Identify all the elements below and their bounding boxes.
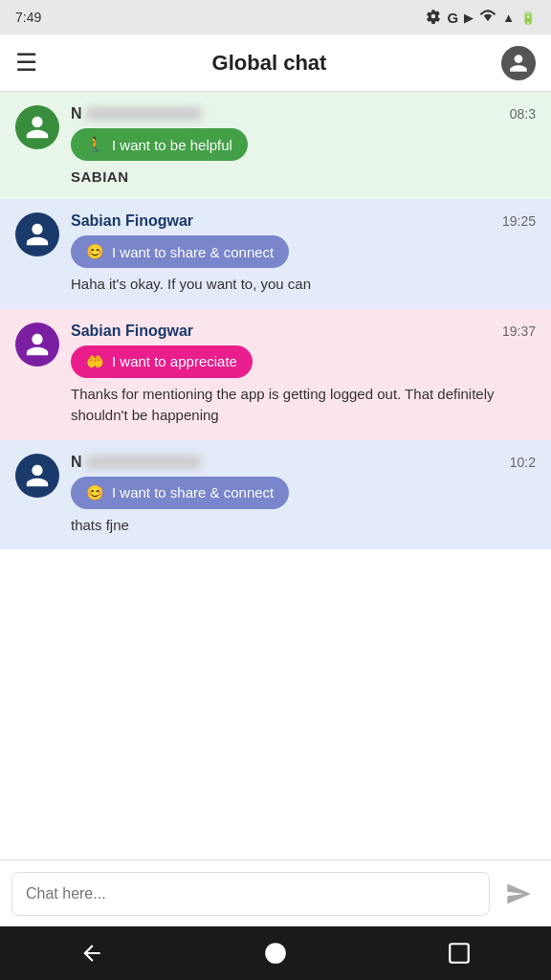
message-block-3: Sabian Finogwar 19:37 🤲 I want to apprec… — [0, 309, 551, 440]
status-icons: G ▶ ▲ 🔋 — [426, 9, 536, 27]
svg-point-0 — [265, 943, 286, 964]
sender-name-2: Sabian Finogwar — [71, 212, 193, 230]
intent-icon-3: 🤲 — [86, 353, 104, 370]
intent-badge-1: 🚶 I want to be helpful — [71, 128, 248, 161]
intent-text-1: I want to be helpful — [112, 137, 232, 153]
intent-icon-1: 🚶 — [86, 136, 104, 153]
bottom-name-1: SABIAN — [71, 168, 129, 185]
svg-rect-1 — [450, 944, 469, 963]
intent-text-3: I want to appreciate — [112, 353, 237, 369]
message-time-3: 19:37 — [502, 323, 536, 339]
blurred-name-1 — [86, 107, 201, 121]
message-block-1: N 08:3 🚶 I want to be helpful SABIAN — [0, 92, 551, 199]
play-icon: ▶ — [464, 11, 474, 25]
message-text-4: thats fjne — [71, 517, 129, 533]
message-block-4: N 10:2 😊 I want to share & connect thats… — [0, 440, 551, 550]
page-title: Global chat — [212, 51, 327, 76]
message-time-1: 08:3 — [510, 106, 536, 122]
avatar-2 — [15, 212, 59, 256]
chat-area: N 08:3 🚶 I want to be helpful SABIAN — [0, 92, 551, 859]
sender-initial-4: N — [71, 454, 82, 471]
message-meta-3: Sabian Finogwar 19:37 🤲 I want to apprec… — [71, 323, 536, 378]
chat-input[interactable] — [11, 872, 490, 916]
message-meta-1: N 08:3 🚶 I want to be helpful — [71, 105, 536, 161]
avatar-3 — [15, 323, 59, 367]
blurred-name-4 — [86, 456, 201, 469]
app-bar: ☰ Global chat — [0, 34, 551, 92]
wifi-icon — [479, 10, 496, 26]
hamburger-icon: ☰ — [15, 48, 37, 78]
message-meta-4: N 10:2 😊 I want to share & connect — [71, 454, 536, 509]
input-area — [0, 859, 551, 926]
intent-badge-2: 😊 I want to share & connect — [71, 235, 289, 268]
message-text-2: Haha it's okay. If you want to, you can — [71, 276, 311, 292]
account-button[interactable] — [501, 46, 536, 80]
message-time-4: 10:2 — [510, 455, 536, 470]
avatar-4 — [15, 454, 59, 498]
home-button[interactable] — [263, 941, 288, 966]
intent-text-4: I want to share & connect — [112, 484, 274, 501]
intent-icon-2: 😊 — [86, 243, 104, 260]
nav-bar — [0, 926, 551, 980]
intent-badge-3: 🤲 I want to appreciate — [71, 345, 253, 378]
battery-icon: 🔋 — [520, 11, 536, 25]
signal-icon: ▲ — [502, 11, 515, 25]
recents-button[interactable] — [447, 941, 472, 966]
google-icon: G — [447, 10, 458, 26]
settings-icon — [426, 9, 441, 27]
menu-button[interactable]: ☰ — [15, 48, 37, 78]
avatar-1 — [15, 105, 59, 149]
message-text-3: Thanks for mentioning the app is getting… — [71, 386, 495, 424]
intent-badge-4: 😊 I want to share & connect — [71, 477, 289, 509]
message-time-2: 19:25 — [502, 213, 536, 229]
sender-initial-1: N — [71, 105, 82, 122]
sender-name-3: Sabian Finogwar — [71, 323, 193, 340]
message-meta-2: Sabian Finogwar 19:25 😊 I want to share … — [71, 212, 536, 268]
send-button[interactable] — [497, 873, 540, 915]
message-block-2: Sabian Finogwar 19:25 😊 I want to share … — [0, 199, 551, 309]
back-button[interactable] — [79, 941, 104, 966]
intent-icon-4: 😊 — [86, 484, 104, 501]
status-bar: 7:49 G ▶ ▲ 🔋 — [0, 0, 551, 34]
intent-text-2: I want to share & connect — [112, 244, 274, 260]
status-time: 7:49 — [15, 10, 41, 25]
